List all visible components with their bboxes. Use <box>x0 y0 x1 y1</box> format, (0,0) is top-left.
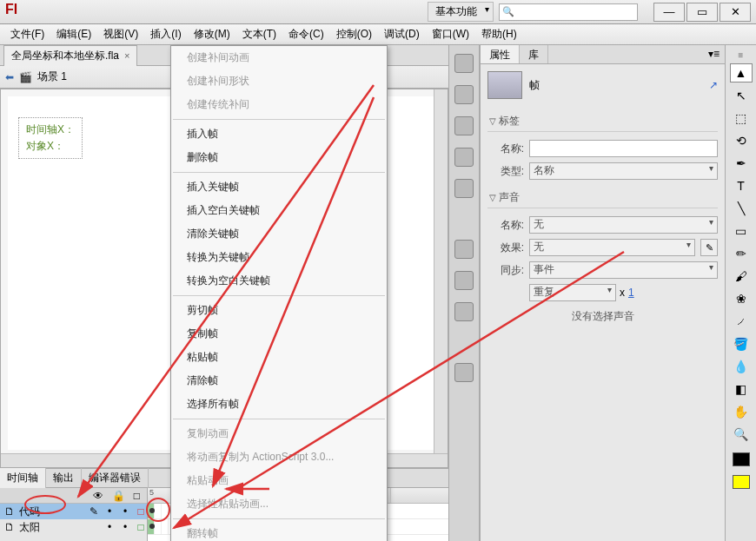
outline-icon[interactable]: □ <box>134 490 140 502</box>
menu-commands[interactable]: 命令(C) <box>283 24 329 44</box>
transform-panel-icon[interactable] <box>454 179 474 198</box>
behaviors-panel-icon[interactable] <box>454 302 474 321</box>
tab-output[interactable]: 输出 <box>46 468 82 488</box>
ctx-paste-frames[interactable]: 粘贴帧 <box>171 346 387 369</box>
align-panel-icon[interactable] <box>454 116 474 135</box>
tab-properties[interactable]: 属性 <box>481 45 520 63</box>
tab-close-icon[interactable]: × <box>124 50 129 61</box>
ctx-select-all-frames[interactable]: 选择所有帧 <box>171 393 387 416</box>
deco-tool[interactable]: ❀ <box>730 289 753 308</box>
swatches-panel-icon[interactable] <box>454 85 474 104</box>
hand-tool[interactable]: ✋ <box>730 402 753 421</box>
minimize-button[interactable]: — <box>653 3 685 22</box>
section-label[interactable]: 标签 <box>487 111 718 132</box>
scene-name[interactable]: 场景 1 <box>37 69 67 84</box>
menu-insert[interactable]: 插入(I) <box>145 24 186 44</box>
titlebar: Fl 基本功能 — ▭ ✕ <box>0 0 756 24</box>
search-input[interactable] <box>499 3 638 21</box>
color-panel-icon[interactable] <box>454 54 474 73</box>
close-button[interactable]: ✕ <box>720 3 751 22</box>
line-tool[interactable]: ╲ <box>730 199 753 218</box>
pen-tool[interactable]: ✒ <box>730 154 753 173</box>
menu-text[interactable]: 文本(T) <box>237 24 282 44</box>
menu-modify[interactable]: 修改(M) <box>189 24 235 44</box>
menu-edit[interactable]: 编辑(E) <box>51 24 96 44</box>
lasso-tool[interactable]: ⟲ <box>730 131 753 150</box>
ctx-cut-frames[interactable]: 剪切帧 <box>171 299 387 322</box>
maximize-button[interactable]: ▭ <box>686 3 718 22</box>
menu-window[interactable]: 窗口(W) <box>427 24 474 44</box>
eye-icon[interactable]: 👁 <box>93 490 103 502</box>
panel-opts-icon[interactable]: ▾≡ <box>703 45 725 63</box>
tab-errors[interactable]: 编译器错误 <box>82 468 149 488</box>
sync-select[interactable]: 事件 <box>529 261 718 279</box>
ctx-clear-frames[interactable]: 清除帧 <box>171 369 387 393</box>
ctx-copy-frames[interactable]: 复制帧 <box>171 322 387 346</box>
frame-name-input[interactable] <box>529 140 718 157</box>
menu-help[interactable]: 帮助(H) <box>476 24 522 44</box>
actions-panel-icon[interactable] <box>454 271 474 290</box>
workspace-dropdown[interactable]: 基本功能 <box>428 2 494 22</box>
vis-dot[interactable]: • <box>103 505 116 518</box>
eyedropper-tool[interactable]: 💧 <box>730 357 753 376</box>
stage-text-block[interactable]: 时间轴X： 对象X： <box>18 117 83 159</box>
eraser-tool[interactable]: ◧ <box>730 379 753 399</box>
brush-tool[interactable]: 🖌 <box>730 267 753 286</box>
lock-dot[interactable]: • <box>119 521 131 533</box>
section-sound[interactable]: 声音 <box>487 188 718 208</box>
keyframe[interactable] <box>148 519 155 534</box>
zoom-tool[interactable]: 🔍 <box>730 425 753 444</box>
ctx-insert-blank-kf[interactable]: 插入空白关键帧 <box>171 199 387 222</box>
ctx-to-blank-kf[interactable]: 转换为空白关键帧 <box>171 269 387 293</box>
repeat-count[interactable]: 1 <box>628 287 634 299</box>
layer-row-sun[interactable]: 🗋 太阳 • • □ <box>0 519 147 535</box>
layer-icon: 🗋 <box>3 505 16 518</box>
lock-dot[interactable]: • <box>119 505 131 518</box>
selection-tool[interactable]: ▲ <box>730 63 753 82</box>
info-panel-icon[interactable] <box>454 148 474 167</box>
rect-tool[interactable]: ▭ <box>730 221 753 241</box>
free-transform-tool[interactable]: ⬚ <box>730 109 753 128</box>
ctx-remove-frame[interactable]: 删除帧 <box>171 146 387 169</box>
ctx-insert-kf[interactable]: 插入关键帧 <box>171 175 387 199</box>
menu-view[interactable]: 视图(V) <box>98 24 143 44</box>
layer-name: 太阳 <box>19 520 40 535</box>
back-icon[interactable]: ⬅ <box>5 71 14 83</box>
help-icon[interactable]: ↗ <box>709 79 718 91</box>
repeat-select[interactable]: 重复 <box>529 284 616 301</box>
tab-library[interactable]: 库 <box>520 45 548 63</box>
label-type-select[interactable]: 名称 <box>529 162 718 180</box>
ctx-to-kf[interactable]: 转换为关键帧 <box>171 246 387 269</box>
bone-tool[interactable]: ⟋ <box>730 312 753 331</box>
lock-icon[interactable]: 🔒 <box>112 490 125 502</box>
pencil-tool[interactable]: ✏ <box>730 244 753 263</box>
layer-row-code[interactable]: 🗋 代码 ✎ • • □ <box>0 504 147 519</box>
components-panel-icon[interactable] <box>454 363 474 382</box>
edit-effect-icon[interactable]: ✎ <box>700 239 718 256</box>
v-scrollbar[interactable] <box>434 89 448 453</box>
effect-select[interactable]: 无 <box>529 239 695 256</box>
text-tool[interactable]: T <box>730 176 753 195</box>
subselect-tool[interactable]: ↖ <box>730 86 753 105</box>
menu-debug[interactable]: 调试(D) <box>379 24 425 44</box>
vis-dot[interactable]: • <box>103 521 116 533</box>
menu-control[interactable]: 控制(O) <box>331 24 377 44</box>
outline-box[interactable]: □ <box>135 505 147 518</box>
app-logo: Fl <box>5 2 26 23</box>
layer-icon: 🗋 <box>3 521 16 533</box>
library-panel-icon[interactable] <box>454 240 474 259</box>
ctx-sep <box>173 419 385 419</box>
outline-box[interactable]: □ <box>135 521 147 533</box>
menu-file[interactable]: 文件(F) <box>5 24 50 44</box>
document-tab[interactable]: 全局坐标和本地坐标.fla × <box>3 45 137 66</box>
sound-name-select[interactable]: 无 <box>529 216 718 234</box>
stroke-swatch[interactable] <box>733 452 750 466</box>
ctx-insert-frame[interactable]: 插入帧 <box>171 122 387 146</box>
ctx-copy-anim: 复制动画 <box>171 422 387 445</box>
tab-timeline[interactable]: 时间轴 <box>0 468 46 488</box>
x-label: x <box>620 287 625 299</box>
ctx-clear-kf[interactable]: 清除关键帧 <box>171 222 387 246</box>
fill-swatch[interactable] <box>733 475 750 489</box>
bucket-tool[interactable]: 🪣 <box>730 334 753 353</box>
no-sound-note: 没有选择声音 <box>487 304 718 329</box>
